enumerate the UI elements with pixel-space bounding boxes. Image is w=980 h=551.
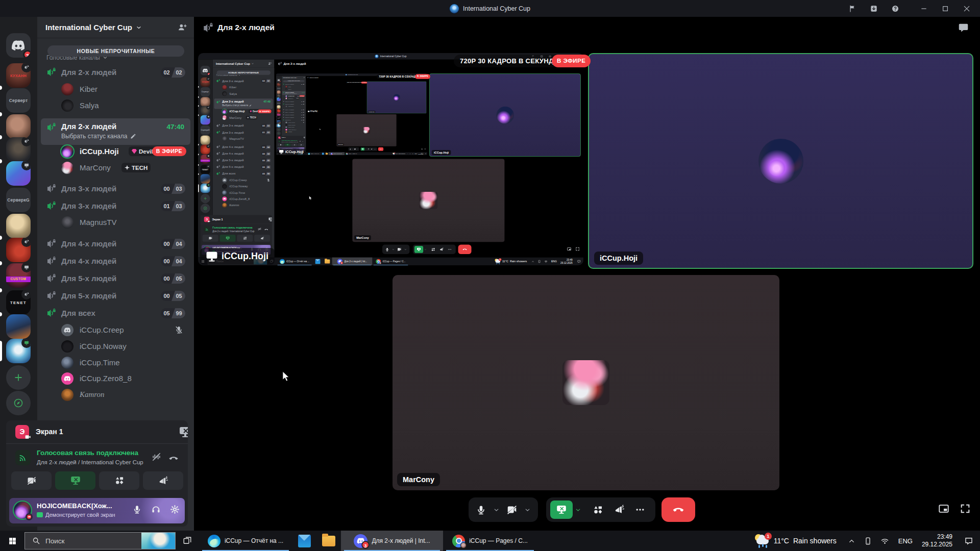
camera-button[interactable] — [11, 471, 52, 490]
tray-expand-icon[interactable] — [848, 537, 855, 545]
maximize-button[interactable] — [941, 5, 949, 13]
chevron-down-icon[interactable] — [493, 507, 500, 513]
pip-button[interactable] — [938, 503, 949, 514]
search-input[interactable] — [45, 537, 117, 545]
server-icon-4[interactable] — [6, 137, 31, 162]
taskbar-app-chrome[interactable]: iCCup — Pages / C... — [443, 531, 537, 551]
voice-member-row[interactable]: MarCony TECH — [41, 160, 190, 176]
help-icon[interactable] — [891, 5, 899, 13]
fullscreen-button[interactable] — [960, 503, 971, 514]
taskbar-app-edge[interactable]: iCCup — Отчёт на ... — [199, 531, 292, 551]
server-header[interactable]: International Cyber Cup — [37, 17, 194, 38]
chevron-down-icon[interactable] — [524, 507, 531, 513]
server-icon-9[interactable]: CUSTOM — [6, 263, 31, 288]
member-name: iCCup.Creep — [80, 325, 124, 334]
activities-button[interactable] — [593, 505, 603, 515]
channel-name: Для 4-х людей — [61, 257, 116, 265]
member-name: MagnusTV — [80, 218, 117, 227]
server-icon-5[interactable] — [6, 161, 31, 186]
add-member-icon[interactable] — [178, 23, 187, 32]
channel-row[interactable]: Для 5-х людей 0005 — [41, 288, 190, 304]
inbox-icon[interactable] — [870, 5, 878, 13]
camera-button[interactable] — [506, 504, 518, 515]
soundboard-button[interactable] — [614, 505, 624, 515]
selected-voice-channel[interactable]: Для 2-х людей 47:40 Выбрать статус канал… — [41, 118, 190, 145]
taskbar-weather[interactable]: 1 11°C Rain showers — [748, 534, 843, 548]
voice-member-row[interactable]: Kamron — [41, 387, 190, 403]
channel-row[interactable]: Для 4-х людей 0004 — [41, 236, 190, 252]
voice-member-row[interactable]: iCCup.Noway — [41, 339, 190, 354]
participant-tile-marcony[interactable] — [393, 275, 779, 490]
unread-banner[interactable]: НОВЫЕ НЕПРОЧИТАННЫЕ — [47, 45, 184, 57]
taskbar-search[interactable] — [24, 532, 176, 549]
soundboard-button[interactable] — [143, 471, 183, 490]
server-icon-3[interactable] — [6, 114, 31, 139]
server-icon-1[interactable]: КУХАНН — [6, 63, 31, 88]
add-server-button[interactable] — [6, 365, 31, 390]
avatar — [61, 340, 74, 353]
voice-member-row[interactable]: iCCup.Time — [41, 355, 190, 370]
voice-member-row[interactable]: Salya — [41, 98, 190, 113]
channel-row[interactable]: Для 5-х людей 0005 — [41, 270, 190, 287]
taskbar-app-discord[interactable]: 3 Для 2-х людей | Int... — [341, 531, 443, 551]
screen-share-button-active[interactable] — [55, 471, 95, 490]
channel-name: Для 5-х людей — [61, 274, 116, 283]
channel-status-hint[interactable]: Выбрать статус канала — [61, 133, 136, 140]
unread-dot — [0, 135, 2, 139]
headphones-icon[interactable] — [151, 505, 161, 514]
discord-badge: 3 — [362, 541, 370, 548]
server-icon-8[interactable] — [6, 238, 31, 262]
participant-tile-hoji[interactable] — [588, 53, 973, 269]
task-view-button[interactable] — [176, 531, 199, 551]
settings-gear-icon[interactable] — [170, 505, 180, 514]
channel-name: Для 2-х людей — [61, 122, 116, 131]
voice-member-row[interactable]: iCCup.Creep — [41, 322, 190, 338]
screen-share-button-active[interactable] — [550, 500, 573, 519]
voice-connected-status[interactable]: Голосовая связь подключена — [37, 449, 138, 457]
close-button[interactable] — [963, 5, 971, 13]
channel-row[interactable]: Для всех 0599 — [41, 305, 190, 321]
screen-share-tile[interactable]: International Cyber Cup 3 КУХАНН Серверт — [198, 53, 583, 265]
server-icon-7[interactable] — [6, 214, 31, 238]
unread-dot — [0, 159, 2, 163]
taskbar-app-mail[interactable] — [292, 531, 316, 551]
chevron-down-icon[interactable] — [575, 507, 581, 513]
taskbar-clock[interactable]: 23:49 29.12.2025 — [917, 533, 958, 548]
disconnect-button[interactable] — [662, 497, 695, 522]
server-icon-10[interactable]: TENET — [6, 290, 31, 315]
mic-icon[interactable] — [132, 505, 142, 514]
discover-button[interactable] — [6, 391, 31, 415]
server-icon-2[interactable]: Серверт — [6, 88, 31, 113]
start-button[interactable] — [0, 531, 24, 551]
bing-daily-art[interactable] — [141, 533, 175, 549]
notification-center-button[interactable] — [958, 536, 980, 545]
noise-suppression-icon[interactable] — [152, 452, 161, 462]
user-panel[interactable]: HOJICOMEBACK[Хож... Демонстрирует свой э… — [9, 498, 185, 523]
server-icon-11[interactable] — [6, 314, 31, 339]
activities-button[interactable] — [99, 471, 139, 490]
more-options-button[interactable] — [635, 505, 645, 515]
mic-button[interactable] — [476, 505, 486, 515]
voice-member-row[interactable]: iCCup.Hoji Devil В ЭФИРЕ — [41, 144, 190, 159]
voice-member-row[interactable]: iCCup.Zero8_8 — [41, 371, 190, 386]
channel-name: Для 2-х людей — [61, 68, 116, 77]
taskbar-app-explorer[interactable] — [316, 531, 341, 551]
channel-row[interactable]: Для 2-х людей 0202 — [41, 64, 190, 81]
voice-member-row[interactable]: Kiber — [41, 82, 190, 97]
unread-dot — [0, 86, 2, 90]
stream-flag-icon[interactable] — [848, 5, 856, 13]
phone-link-icon[interactable] — [864, 537, 872, 545]
chat-icon[interactable] — [958, 22, 969, 33]
disconnect-icon[interactable] — [168, 453, 179, 463]
server-icon-6[interactable]: СерверкG — [6, 188, 31, 212]
minimize-button[interactable] — [920, 5, 928, 13]
gem-icon — [132, 149, 137, 154]
channel-row[interactable]: Для 4-х людей 0004 — [41, 253, 190, 269]
channel-row[interactable]: Для 3-х людей 0103 — [41, 198, 190, 214]
channel-row[interactable]: Для 3-х людей 0003 — [41, 181, 190, 197]
home-button[interactable]: 3 — [6, 33, 31, 58]
wifi-icon[interactable] — [880, 537, 889, 545]
input-language[interactable]: ENG — [894, 537, 917, 545]
voice-member-row[interactable]: MagnusTV — [41, 215, 190, 230]
server-icon-current[interactable] — [6, 339, 31, 363]
